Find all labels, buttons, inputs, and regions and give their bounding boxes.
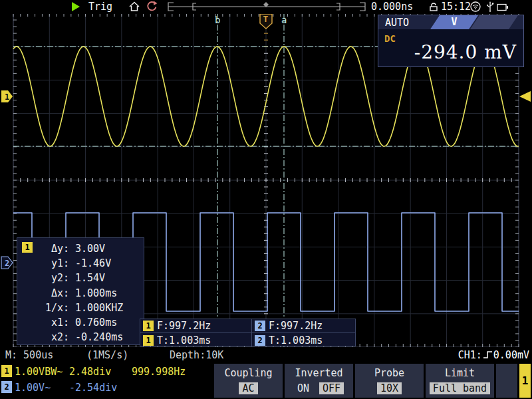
channel-1-badge[interactable]: 1 — [1, 365, 12, 377]
ch2-zero-marker[interactable]: 2 — [1, 257, 13, 269]
measurement-cell: 1F:997.2Hz — [140, 319, 252, 333]
cursor-value: 1.000KHZ — [75, 301, 123, 315]
trigger-level-value: 0.00mV — [493, 349, 529, 361]
svg-text:2: 2 — [5, 259, 9, 268]
cursor-value: 1.54V — [75, 271, 105, 285]
menu-item-limit[interactable]: LimitFull band — [426, 364, 494, 398]
measurement-value: T:1.003ms — [157, 334, 211, 346]
x-cursor-label-a: a — [281, 15, 287, 25]
lock-icon[interactable] — [428, 1, 439, 15]
menu-page-tab[interactable]: 1 — [519, 364, 531, 398]
cursor-label: x1: — [17, 315, 69, 330]
menu-item-label: Coupling — [214, 367, 283, 379]
channel-2-badge[interactable]: 2 — [1, 381, 12, 393]
channel-1-badge: 1 — [143, 335, 154, 346]
cursor-measurement-row: 1/x:1.000KHZ — [17, 301, 144, 315]
ch1-zero-marker[interactable]: 1 — [1, 90, 13, 102]
multimeter-mode[interactable]: AUTO — [385, 17, 409, 29]
measurement-cell: 2F:997.2Hz — [252, 319, 355, 333]
menu-item-label: Inverted — [285, 367, 353, 379]
run-play-icon[interactable] — [72, 2, 80, 15]
menu-option-on[interactable]: ON — [294, 382, 313, 394]
cursor-value: 3.00V — [75, 241, 105, 256]
oscilloscope-screen: ba12T Trig 0.000ns 15:12 — [0, 0, 532, 399]
channel-2-info[interactable]: 21.00V~-2.54div — [0, 380, 213, 396]
menu-item-probe[interactable]: Probe10X — [355, 364, 424, 398]
svg-text:1: 1 — [5, 92, 9, 102]
channel-position: -2.54div — [69, 382, 117, 394]
trigger-source-label: CH1: — [458, 349, 482, 361]
menu-empty-cell — [496, 364, 517, 398]
cursor-measurement-row: x2:-0.240ms — [17, 330, 144, 344]
status-bar: M: 500us (1MS/s) Depth:10K CH1: 0.00mV — [0, 347, 532, 362]
cursor-label: Δy: — [17, 241, 69, 256]
trigger-status-label: Trig — [88, 0, 112, 13]
cursor-measurement-row: Δy:3.00V — [17, 241, 144, 256]
menu-option-off[interactable]: OFF — [319, 382, 344, 394]
menu-item-values: ONOFF — [285, 382, 353, 394]
multimeter-tab-shadow — [470, 15, 518, 29]
multimeter-coupling: DC — [384, 33, 396, 44]
trigger-position-badge[interactable]: T — [260, 14, 272, 29]
cursor-value: -0.240ms — [75, 330, 123, 344]
cursor-value: 0.760ms — [75, 315, 117, 330]
cursor-measurement-row: y2:1.54V — [17, 271, 144, 285]
cursor-label: Δx: — [17, 286, 69, 301]
cursor-label: 1/x: — [17, 301, 69, 315]
trigger-time-offset: 0.000ns — [371, 0, 413, 13]
cursor-value: -1.46V — [75, 256, 111, 271]
multimeter-reading: -294.0 mV — [414, 41, 517, 63]
multimeter-panel: AUTO V DC -294.0 mV — [378, 15, 524, 67]
menu-option-10x[interactable]: 10X — [377, 382, 402, 394]
menu-item-coupling[interactable]: CouplingAC — [214, 364, 283, 398]
battery-icon — [497, 2, 509, 15]
channel-1-badge: 1 — [143, 321, 154, 331]
channel-position: 2.48div — [69, 366, 111, 378]
measurement-cell: 2T:1.003ms — [252, 333, 355, 347]
cursor-label: y1: — [17, 256, 69, 271]
horizontal-position-indicator — [165, 0, 368, 16]
cursor-measurement-row: y1:-1.46V — [17, 256, 144, 271]
top-status-bar: Trig 0.000ns 15:12 — [0, 0, 532, 14]
channel-2-badge: 2 — [255, 335, 265, 346]
wifi-icon — [469, 1, 481, 15]
menu-item-values: AC — [214, 382, 283, 394]
measurement-value: F:997.2Hz — [157, 320, 211, 332]
cursor-measurement-row: x1:0.760ms — [17, 315, 144, 330]
channel-scale: 1.00V~ — [15, 382, 51, 394]
channel-1-info[interactable]: 11.00VBW~2.48div999.998Hz — [0, 364, 213, 380]
measurement-value: T:1.003ms — [269, 334, 323, 346]
multimeter-header: AUTO V — [378, 15, 523, 29]
channel-2-badge: 2 — [255, 321, 265, 331]
clock-display: 15:12 — [441, 0, 471, 13]
cursor-value: 1.000ms — [75, 286, 117, 301]
memory-depth-readout: Depth:10K — [170, 349, 223, 361]
sample-rate-readout: (1MS/s) — [86, 349, 128, 361]
channel-scale: 1.00VBW~ — [15, 366, 63, 378]
trigger-level-marker[interactable] — [519, 91, 531, 102]
cursor-measurement-row: Δx:1.000ms — [17, 286, 144, 301]
home-icon[interactable] — [128, 1, 141, 15]
menu-option-ac[interactable]: AC — [239, 382, 257, 394]
menu-item-values: Full band — [426, 382, 494, 394]
multimeter-unit-tab[interactable]: V — [430, 15, 478, 29]
freq-period-measurements: 1F:997.2Hz2F:997.2Hz1T:1.003ms2T:1.003ms — [140, 319, 356, 346]
menu-option-full-band[interactable]: Full band — [430, 382, 490, 394]
cursor-measurement-rows: Δy:3.00Vy1:-1.46Vy2:1.54VΔx:1.000ms1/x:1… — [17, 241, 144, 344]
channel-frequency: 999.998Hz — [132, 366, 186, 378]
measurement-cell: 1T:1.003ms — [140, 333, 252, 347]
menu-item-label: Limit — [426, 367, 494, 379]
refresh-icon[interactable] — [146, 1, 159, 15]
cursor-label: x2: — [17, 330, 69, 344]
measurement-value: F:997.2Hz — [269, 320, 323, 332]
softkey-menu: CouplingACInvertedONOFFProbe10XLimitFull… — [214, 364, 517, 398]
cursor-measurement-panel: 1 Δy:3.00Vy1:-1.46Vy2:1.54VΔx:1.000ms1/x… — [17, 237, 144, 345]
trigger-readout: CH1: 0.00mV — [458, 349, 529, 361]
usb-icon — [485, 1, 495, 15]
x-cursor-label-b: b — [215, 15, 220, 25]
rising-edge-icon — [483, 350, 493, 360]
menu-item-label: Probe — [355, 367, 424, 379]
bottom-panel: 11.00VBW~2.48div999.998Hz21.00V~-2.54div… — [0, 362, 532, 399]
menu-item-inverted[interactable]: InvertedONOFF — [285, 364, 353, 398]
menu-item-values: 10X — [355, 382, 424, 394]
